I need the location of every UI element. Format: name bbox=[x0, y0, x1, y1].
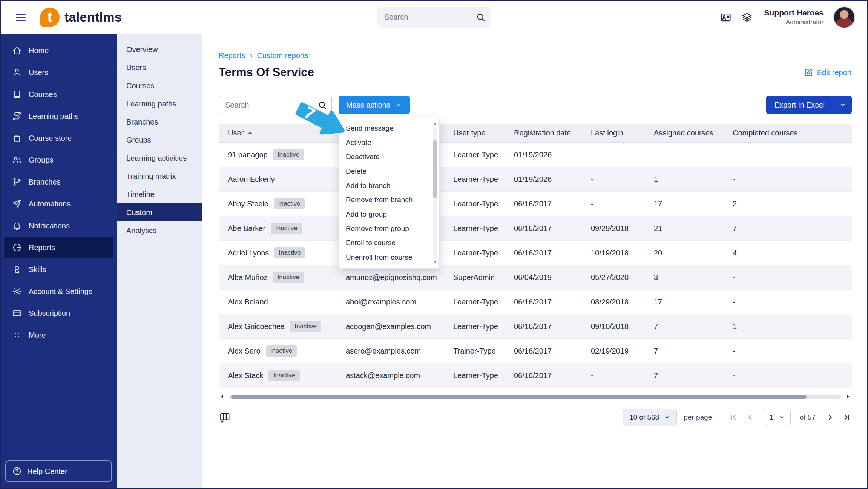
menu-item-activate[interactable]: Activate bbox=[339, 135, 432, 150]
breadcrumb-reports-link[interactable]: Reports bbox=[219, 51, 245, 60]
scrollbar-track[interactable] bbox=[229, 395, 841, 399]
table-row[interactable]: Abe BarkerInactiveLearner-Type06/16/2017… bbox=[219, 216, 852, 241]
layers-icon[interactable] bbox=[741, 12, 753, 23]
table-search-input[interactable] bbox=[219, 96, 332, 114]
sidebar-item-courses[interactable]: Courses bbox=[4, 83, 113, 105]
avatar[interactable] bbox=[833, 6, 855, 28]
column-header-completed-courses[interactable]: Completed courses bbox=[733, 129, 852, 137]
page-select[interactable]: 1 bbox=[764, 409, 791, 426]
table-row[interactable]: Abby SteeleInactiveLearner-Type06/16/201… bbox=[219, 192, 852, 216]
menu-scrollbar[interactable]: ▲ ▼ bbox=[432, 121, 439, 264]
column-header-last-login[interactable]: Last login bbox=[591, 129, 654, 137]
user-role: Administrator bbox=[764, 18, 824, 26]
menu-item-remove-from-group[interactable]: Remove from group bbox=[339, 221, 432, 236]
sidebar-item-more[interactable]: More bbox=[4, 324, 113, 346]
sidebar-item-learning-paths[interactable]: Learning paths bbox=[4, 105, 113, 127]
logo[interactable]: t talentlms bbox=[40, 8, 122, 27]
help-center-button[interactable]: Help Center bbox=[5, 460, 112, 482]
subnav-item-timeline[interactable]: Timeline bbox=[117, 185, 202, 203]
sidebar-item-automations[interactable]: Automations bbox=[4, 193, 113, 215]
subnav-item-custom[interactable]: Custom bbox=[117, 203, 202, 221]
table-row[interactable]: Alex StackInactiveastack@example.comLear… bbox=[219, 363, 852, 388]
menu-item-unenroll-from-course[interactable]: Unenroll from course bbox=[339, 250, 432, 264]
table-row[interactable]: Alba MuñozInactiveamunoz@epignosishq.com… bbox=[219, 265, 852, 290]
subnav-item-analytics[interactable]: Analytics bbox=[117, 221, 202, 240]
cell-user: Alba MuñozInactive bbox=[228, 272, 346, 283]
sidebar-nav: HomeUsersCoursesLearning pathsCourse sto… bbox=[1, 40, 117, 456]
cell-user: Adriel LyonsInactive bbox=[228, 247, 346, 258]
menu-item-add-to-group[interactable]: Add to group bbox=[339, 207, 432, 221]
subnav-item-courses[interactable]: Courses bbox=[117, 77, 202, 95]
subnav-item-groups[interactable]: Groups bbox=[117, 131, 202, 149]
cell-completed-courses: - bbox=[733, 347, 852, 355]
cell-user: 91 panagopInactive bbox=[228, 149, 346, 160]
menu-item-enroll-to-course[interactable]: Enroll to course bbox=[339, 236, 432, 250]
menu-item-send-message[interactable]: Send message bbox=[339, 121, 432, 135]
manage-columns-icon[interactable] bbox=[219, 411, 231, 423]
sidebar-item-label: Automations bbox=[29, 200, 71, 208]
sidebar-item-groups[interactable]: Groups bbox=[4, 149, 113, 171]
sidebar-item-subscription[interactable]: Subscription bbox=[4, 302, 113, 324]
sidebar-item-reports[interactable]: Reports bbox=[4, 237, 113, 258]
table-row[interactable]: Aaron EckerlyLearner-Type01/19/2026-1- bbox=[219, 167, 852, 192]
scrollbar-thumb[interactable] bbox=[231, 395, 807, 399]
menu-toggle-button[interactable] bbox=[14, 11, 27, 24]
cell-user-type: Learner-Type bbox=[453, 175, 514, 184]
mass-actions-button[interactable]: Mass actions bbox=[339, 96, 410, 114]
first-page-button[interactable] bbox=[728, 412, 738, 422]
scroll-up-icon[interactable]: ▲ bbox=[433, 121, 437, 126]
export-split-button: Export in Excel bbox=[766, 96, 852, 114]
per-page-select[interactable]: 10 of 568 bbox=[623, 409, 677, 426]
subnav-item-overview[interactable]: Overview bbox=[117, 40, 202, 58]
sidebar-item-users[interactable]: Users bbox=[4, 62, 113, 83]
scroll-right-icon[interactable] bbox=[844, 393, 852, 400]
status-badge: Inactive bbox=[273, 272, 304, 283]
edit-report-button[interactable]: Edit report bbox=[804, 68, 852, 77]
breadcrumb-current[interactable]: Custom reports bbox=[257, 51, 308, 60]
sidebar-item-course-store[interactable]: Course store bbox=[4, 127, 113, 149]
subnav-item-branches[interactable]: Branches bbox=[117, 113, 202, 131]
sidebar-item-home[interactable]: Home bbox=[4, 40, 113, 62]
next-page-button[interactable] bbox=[825, 412, 835, 422]
cell-user-type: Trainer-Type bbox=[453, 347, 514, 355]
export-options-button[interactable] bbox=[833, 96, 852, 114]
menu-item-add-to-branch[interactable]: Add to branch bbox=[339, 178, 432, 193]
scroll-down-icon[interactable]: ▼ bbox=[433, 260, 437, 264]
prev-page-button[interactable] bbox=[745, 412, 755, 422]
cell-assigned-courses: 1 bbox=[654, 175, 733, 184]
subnav-item-users[interactable]: Users bbox=[117, 58, 202, 77]
column-header-assigned-courses[interactable]: Assigned courses bbox=[654, 129, 733, 137]
last-page-button[interactable] bbox=[842, 412, 852, 422]
chevron-down-icon bbox=[839, 101, 847, 109]
column-header-user-type[interactable]: User type bbox=[453, 129, 514, 137]
table-row[interactable]: Alex Bolandabol@examples.comLearner-Type… bbox=[219, 290, 852, 314]
cell-assigned-courses: 7 bbox=[654, 371, 733, 380]
menu-item-deactivate[interactable]: Deactivate bbox=[339, 150, 432, 164]
export-excel-button[interactable]: Export in Excel bbox=[766, 96, 833, 114]
table-row[interactable]: Adriel LyonsInactiveLearner-Type06/16/20… bbox=[219, 241, 852, 265]
menu-item-remove-from-branch[interactable]: Remove from branch bbox=[339, 193, 432, 207]
column-header-registration-date[interactable]: Registration date bbox=[514, 129, 591, 137]
mass-actions-menu-items: Send messageActivateDeactivateDeleteAdd … bbox=[339, 121, 432, 264]
per-page-value: 10 of 568 bbox=[629, 413, 659, 421]
table-row[interactable]: 91 panagopInactiveLearner-Type01/19/2026… bbox=[219, 143, 852, 167]
sidebar-item-branches[interactable]: Branches bbox=[4, 171, 113, 193]
table-row[interactable]: Alex SeroInactiveasero@examples.comTrain… bbox=[219, 339, 852, 363]
column-header-user[interactable]: User bbox=[228, 129, 346, 137]
subnav-item-training-matrix[interactable]: Training matrix bbox=[117, 167, 202, 185]
sidebar-item-account-settings[interactable]: Account & Settings bbox=[4, 280, 113, 302]
menu-scrollbar-track[interactable] bbox=[433, 127, 437, 258]
subnav-item-learning-paths[interactable]: Learning paths bbox=[117, 95, 202, 113]
contact-card-icon[interactable] bbox=[720, 12, 732, 23]
cell-completed-courses: 7 bbox=[733, 224, 852, 233]
table-row[interactable]: Alex GoicoecheaInactiveacoogan@examples.… bbox=[219, 314, 852, 339]
edit-icon bbox=[804, 68, 813, 77]
sidebar-item-skills[interactable]: Skills bbox=[4, 258, 113, 280]
scroll-left-icon[interactable] bbox=[219, 393, 226, 400]
status-badge: Inactive bbox=[271, 223, 302, 234]
menu-scrollbar-thumb[interactable] bbox=[433, 140, 437, 198]
subnav-item-learning-activities[interactable]: Learning activities bbox=[117, 149, 202, 167]
sidebar-item-notifications[interactable]: Notifications bbox=[4, 215, 113, 237]
global-search-input[interactable] bbox=[377, 7, 491, 28]
menu-item-delete[interactable]: Delete bbox=[339, 164, 432, 178]
